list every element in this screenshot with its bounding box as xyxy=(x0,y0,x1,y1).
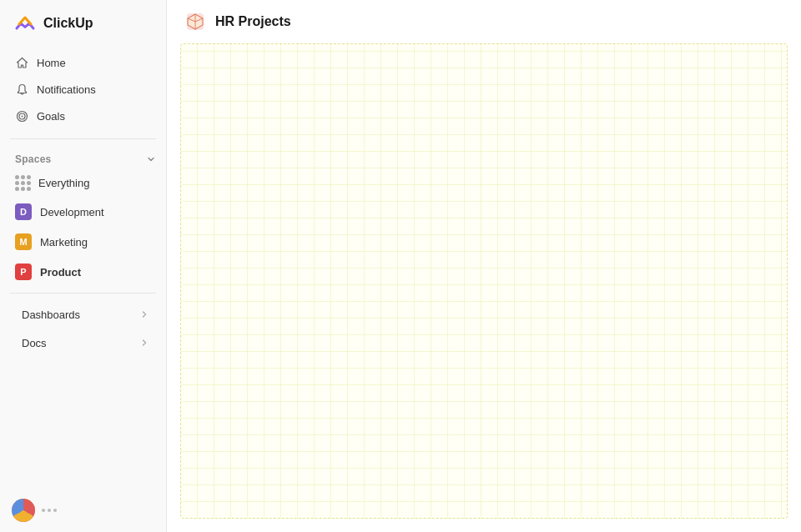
main-header: HR Projects xyxy=(167,0,801,43)
spaces-chevron-icon xyxy=(144,153,158,166)
marketing-badge: M xyxy=(15,233,32,250)
sidebar-item-home-label: Home xyxy=(37,57,66,69)
product-badge: P xyxy=(15,263,32,280)
sidebar-bottom[interactable] xyxy=(0,489,166,532)
main-body xyxy=(180,43,788,519)
main-nav: Home Notifications Goals xyxy=(0,47,166,132)
avatar[interactable] xyxy=(12,499,35,522)
docs-chevron-icon xyxy=(138,336,151,349)
bell-icon xyxy=(15,83,28,96)
sidebar-item-product[interactable]: P Product xyxy=(7,258,159,286)
sidebar-item-everything[interactable]: Everything xyxy=(7,169,159,196)
avatar-image xyxy=(12,499,35,522)
spaces-divider xyxy=(10,293,156,294)
nav-divider xyxy=(10,138,156,139)
dashboards-chevron-icon xyxy=(138,308,151,321)
sidebar-item-everything-label: Everything xyxy=(38,177,89,189)
sidebar-item-goals-label: Goals xyxy=(37,110,65,123)
logo-area[interactable]: ClickUp xyxy=(0,0,166,47)
dot-3 xyxy=(53,509,57,512)
development-badge: D xyxy=(15,203,32,220)
cube-icon xyxy=(184,10,207,33)
spaces-label: Spaces xyxy=(15,153,51,165)
sidebar-item-development[interactable]: D Development xyxy=(7,198,159,226)
sidebar-item-marketing[interactable]: M Marketing xyxy=(7,228,159,256)
spaces-list: Everything D Development M Marketing P P… xyxy=(0,169,166,286)
main-content: HR Projects xyxy=(167,0,801,532)
page-title: HR Projects xyxy=(215,14,291,29)
sidebar-item-notifications-label: Notifications xyxy=(37,83,96,96)
sidebar-item-home[interactable]: Home xyxy=(7,50,159,75)
sidebar-item-dashboards[interactable]: Dashboards xyxy=(7,300,159,329)
spaces-header[interactable]: Spaces xyxy=(0,146,166,169)
target-icon xyxy=(15,109,28,123)
home-icon xyxy=(15,56,28,69)
sidebar-item-goals[interactable]: Goals xyxy=(7,103,159,128)
sidebar-item-dashboards-label: Dashboards xyxy=(22,309,80,321)
sidebar-item-product-label: Product xyxy=(40,266,81,279)
sidebar: ClickUp Home Notifications xyxy=(0,0,167,532)
sidebar-item-docs[interactable]: Docs xyxy=(7,329,159,357)
sidebar-item-notifications[interactable]: Notifications xyxy=(7,77,159,102)
avatar-menu-dots[interactable] xyxy=(42,509,57,512)
sidebar-item-docs-label: Docs xyxy=(22,337,47,349)
clickup-logo-icon xyxy=(13,12,37,35)
dot-2 xyxy=(48,509,51,512)
logo-text: ClickUp xyxy=(43,16,93,31)
svg-point-2 xyxy=(21,115,23,117)
sidebar-item-development-label: Development xyxy=(40,206,104,218)
dot-1 xyxy=(42,509,45,512)
sidebar-item-marketing-label: Marketing xyxy=(40,236,88,248)
everything-dots-icon xyxy=(15,175,30,190)
